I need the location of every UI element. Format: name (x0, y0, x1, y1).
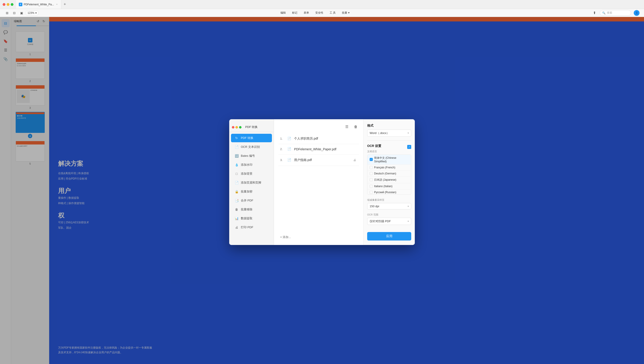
toolbar-left: ⊞ ⊟ ▣ 123% ▾ (5, 10, 38, 16)
bates-label: Bates 编号 (241, 154, 255, 158)
zoom-arrow-icon: ▾ (35, 12, 37, 14)
tab-bar: F PDFelement_White_Pa... × + (16, 0, 322, 9)
sidebar-toggle-button[interactable]: ⊞ (5, 10, 10, 16)
tab-close-button[interactable]: × (55, 3, 58, 6)
pdf-file-icon-3: 📄 (287, 158, 291, 162)
modal-file-toolbar: ☰ 🗑 (278, 124, 322, 130)
modal-sidebar-header-footer[interactable]: 📄 添加页眉和页脚 (231, 178, 272, 182)
file-list: 1. 📄 个人求职简历.pdf 2. 📄 PDFelement_White_Pa… (278, 134, 322, 182)
tab-title: PDFelement_White_Pa... (24, 3, 54, 6)
active-tab[interactable]: F PDFelement_White_Pa... × (16, 0, 61, 9)
file-num-3: 3. (280, 158, 285, 162)
file-num-2: 2. (280, 148, 285, 151)
header-footer-label: 添加页眉和页脚 (241, 181, 261, 182)
menu-mark[interactable]: 标记 (292, 10, 298, 16)
zoom-value: 123% (28, 12, 35, 14)
watermark-label: 添加水印 (241, 163, 253, 167)
modal-sidebar-watermark[interactable]: 💧 添加水印 (231, 160, 272, 169)
convert-label: PDF 转换 (241, 136, 253, 140)
zoom-control[interactable]: 123% ▾ (26, 11, 38, 15)
file-item-1[interactable]: 1. 📄 个人求职简历.pdf (278, 134, 322, 144)
modal-close-button[interactable] (232, 126, 234, 128)
page-view-button[interactable]: ▣ (19, 10, 24, 16)
modal-minimize-button[interactable] (236, 126, 238, 128)
modal-sidebar-bates[interactable]: 🔢 Bates 编号 (231, 152, 272, 160)
menu-edit[interactable]: 编辑 (280, 10, 286, 16)
modal-main-area: ☰ 🗑 1. 📄 个人求职简历.pdf 2. 📄 PDFelement_Whit… (274, 119, 322, 182)
minimize-button[interactable] (7, 3, 10, 6)
menu-security[interactable]: 安全性 (315, 10, 322, 16)
maximize-button[interactable] (11, 3, 14, 6)
file-name-3: 用户指南.pdf (294, 158, 322, 162)
modal-traffic-lights (232, 126, 242, 128)
batch-process-dialog: PDF 转换 ↻ PDF 转换 📄 OCR 文本识别 🔢 Bates 编号 💧 … (229, 119, 322, 182)
file-item-3[interactable]: 3. 📄 用户指南.pdf 🖨 (278, 154, 322, 166)
pdf-file-icon-2: 📄 (287, 147, 291, 151)
ocr-label: OCR 文本识别 (241, 145, 260, 149)
header-footer-icon: 📄 (235, 181, 239, 182)
ocr-icon: 📄 (235, 145, 239, 149)
toolbar: ⊞ ⊟ ▣ 123% ▾ 编辑 标记 表单 安全性 工 具 批量 ▾ ⬆ 🔍 搜… (0, 9, 322, 17)
modal-sidebar-ocr[interactable]: 📄 OCR 文本识别 (231, 143, 272, 151)
file-item-2[interactable]: 2. 📄 PDFelement_White_Paper.pdf (278, 144, 322, 154)
new-tab-button[interactable]: + (61, 2, 68, 7)
file-name-2: PDFelement_White_Paper.pdf (294, 148, 322, 151)
file-num-1: 1. (280, 137, 285, 140)
file-name-1: 个人求职简历.pdf (294, 137, 322, 141)
traffic-lights (3, 3, 14, 6)
titlebar: F PDFelement_White_Pa... × + (0, 0, 322, 9)
tab-app-icon: F (19, 3, 22, 6)
close-button[interactable] (3, 3, 5, 6)
modal-sidebar-background[interactable]: □ 添加背景 (231, 170, 272, 178)
modal-maximize-button[interactable] (239, 126, 242, 128)
modal-overlay: PDF 转换 ↻ PDF 转换 📄 OCR 文本识别 🔢 Bates 编号 💧 … (0, 0, 322, 182)
modal-header: PDF 转换 (229, 123, 274, 132)
toolbar-menu: 编辑 标记 表单 安全性 工 具 批量 ▾ (43, 10, 322, 16)
watermark-icon: 💧 (235, 163, 239, 167)
modal-sidebar: PDF 转换 ↻ PDF 转换 📄 OCR 文本识别 🔢 Bates 编号 💧 … (229, 119, 274, 182)
modal-sidebar-pdf-convert[interactable]: ↻ PDF 转换 (231, 134, 272, 142)
grid-view-button[interactable]: ⊟ (12, 10, 17, 16)
modal-title: PDF 转换 (245, 125, 258, 129)
convert-icon: ↻ (235, 136, 239, 140)
background-label: 添加背景 (241, 172, 253, 176)
menu-form[interactable]: 表单 (303, 10, 309, 16)
background-icon: □ (235, 172, 239, 176)
pdf-file-icon-1: 📄 (287, 137, 291, 141)
bates-icon: 🔢 (235, 154, 239, 158)
